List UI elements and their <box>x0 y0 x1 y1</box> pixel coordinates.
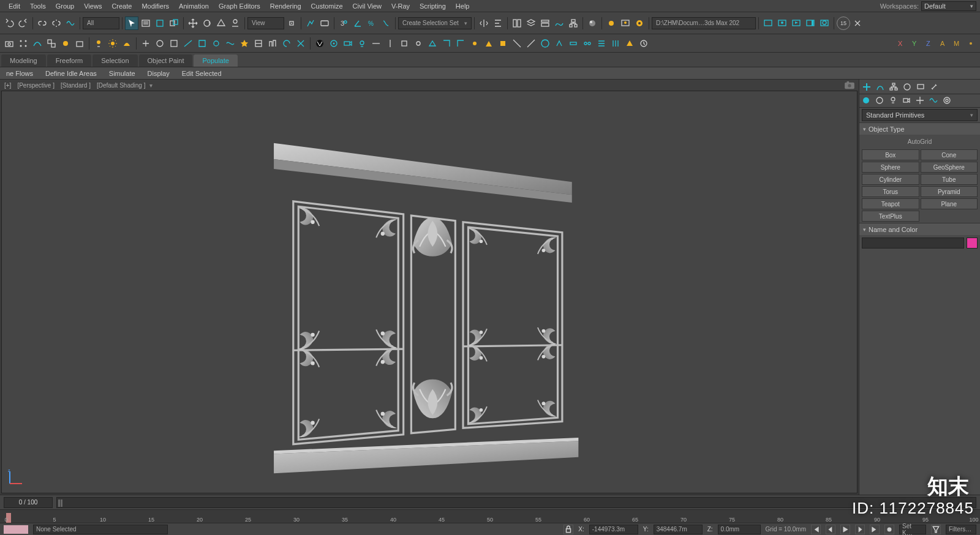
vray-last-button[interactable] <box>804 17 817 30</box>
vray-render-button[interactable] <box>775 17 789 30</box>
assembly-button[interactable] <box>59 37 72 50</box>
misc-icon-s[interactable] <box>623 37 636 50</box>
menu-create[interactable]: Create <box>107 1 137 11</box>
util-icon-10[interactable] <box>266 37 279 50</box>
array-button[interactable] <box>17 37 30 50</box>
misc-icon-d[interactable] <box>412 37 425 50</box>
vp-shading[interactable]: [Default Shading ] <box>95 82 148 89</box>
safe-frame-icon[interactable] <box>844 81 855 91</box>
sub-defineidle[interactable]: Define Idle Areas <box>39 69 103 78</box>
render-setup-button[interactable] <box>605 17 618 30</box>
ribbon-tab-selection[interactable]: Selection <box>92 54 137 67</box>
menu-scripting[interactable]: Scripting <box>415 1 451 11</box>
ribbon-tab-populate[interactable]: Populate <box>194 54 237 67</box>
select-manipulate-button[interactable] <box>304 17 317 30</box>
util-icon-5[interactable] <box>195 37 209 50</box>
rollout-name-and-color[interactable]: Name and Color <box>859 223 980 235</box>
utilities-tab-icon[interactable] <box>929 82 939 92</box>
next-frame-button[interactable] <box>855 525 865 534</box>
misc-icon-e[interactable] <box>426 37 439 50</box>
transform-z-input[interactable]: 0.0mm <box>718 525 761 534</box>
lights-icon[interactable] <box>889 96 897 106</box>
rectangle-select-button[interactable] <box>153 17 167 30</box>
misc-icon-m[interactable] <box>538 37 552 50</box>
toggle-ribbon-button[interactable] <box>538 17 552 30</box>
viewport-label-bar[interactable]: [+] [Perspective ] [Standard ] [Default … <box>0 80 859 91</box>
play-button[interactable] <box>840 525 850 534</box>
angle-snap-button[interactable] <box>351 17 364 30</box>
menu-rendering[interactable]: Rendering <box>265 1 306 11</box>
key-filters-icon[interactable] <box>931 525 941 534</box>
named-selection-set-dropdown[interactable]: Create Selection Set <box>398 17 472 29</box>
menu-customize[interactable]: Customize <box>306 1 348 11</box>
vray-light-icon[interactable] <box>355 37 369 50</box>
set-key-button[interactable]: Set K… <box>899 525 926 534</box>
axis-a-icon[interactable]: A <box>936 37 949 50</box>
menu-edit[interactable]: Edit <box>4 1 25 11</box>
vray-scene-button[interactable] <box>818 17 831 30</box>
util-icon-9[interactable] <box>252 37 265 50</box>
align-button[interactable] <box>491 17 505 30</box>
transform-x-input[interactable]: -144973.3m <box>589 525 638 534</box>
vp-perspective[interactable]: [Perspective ] <box>15 82 56 89</box>
hierarchy-tab-icon[interactable] <box>889 82 899 92</box>
ribbon-tab-freeform[interactable]: Freeform <box>47 54 92 67</box>
vp-plus[interactable]: [+] <box>2 82 13 89</box>
menu-help[interactable]: Help <box>451 1 475 11</box>
misc-icon-i[interactable] <box>482 37 496 50</box>
sub-display[interactable]: Display <box>141 69 176 78</box>
scale-button[interactable] <box>214 17 228 30</box>
btn-geosphere[interactable]: GeoSphere <box>921 162 978 173</box>
bind-spacewarp-button[interactable] <box>64 17 77 30</box>
toggle-layer-explorer-button[interactable] <box>524 17 538 30</box>
mirror-button[interactable] <box>477 17 491 30</box>
material-editor-button[interactable] <box>586 17 599 30</box>
btn-box[interactable]: Box <box>862 149 919 160</box>
daylight-button[interactable] <box>120 37 134 50</box>
selection-lock-button[interactable] <box>564 525 573 534</box>
btn-pyramid[interactable]: Pyramid <box>921 186 978 197</box>
rotate-button[interactable] <box>200 17 214 30</box>
btn-teapot[interactable]: Teapot <box>862 198 919 209</box>
util-icon-6[interactable] <box>209 37 223 50</box>
sun-positioner-button[interactable] <box>106 37 119 50</box>
misc-icon-o[interactable] <box>567 37 580 50</box>
systems-icon[interactable] <box>943 96 951 106</box>
time-slider[interactable] <box>56 497 976 508</box>
display-tab-icon[interactable] <box>916 82 925 92</box>
goto-start-button[interactable] <box>811 525 821 534</box>
util-icon-3[interactable] <box>167 37 181 50</box>
misc-icon-f[interactable] <box>440 37 453 50</box>
menu-modifiers[interactable]: Modifiers <box>137 1 174 11</box>
spacewarps-icon[interactable] <box>929 96 938 106</box>
misc-icon-g[interactable] <box>454 37 467 50</box>
axis-dot-icon[interactable] <box>964 37 978 50</box>
misc-icon-c[interactable] <box>398 37 411 50</box>
axis-m-icon[interactable]: M <box>950 37 963 50</box>
project-path-field[interactable]: D:\ZHM\Docum…3ds Max 202 <box>652 17 756 29</box>
misc-icon-a[interactable] <box>369 37 383 50</box>
btn-cylinder[interactable]: Cylinder <box>862 174 919 185</box>
prev-frame-button[interactable] <box>826 525 835 534</box>
snap-toggle-button[interactable]: 3 <box>337 17 350 30</box>
btn-torus[interactable]: Torus <box>862 186 919 197</box>
select-by-name-button[interactable] <box>139 17 153 30</box>
key-filters-button[interactable]: Filters… <box>946 525 976 534</box>
util-icon-11[interactable] <box>280 37 293 50</box>
menu-grapheditors[interactable]: Graph Editors <box>214 1 265 11</box>
cameras-icon[interactable] <box>902 96 911 106</box>
shapes-icon[interactable] <box>875 96 884 106</box>
geometry-icon[interactable] <box>862 96 870 106</box>
maxscript-mini-listener[interactable] <box>4 525 28 534</box>
use-pivot-center-button[interactable] <box>285 17 298 30</box>
toggle-scene-explorer-button[interactable] <box>510 17 524 30</box>
vray-settings-icon[interactable] <box>327 37 341 50</box>
link-button[interactable] <box>36 17 49 30</box>
misc-icon-b[interactable] <box>383 37 397 50</box>
object-name-input[interactable] <box>862 238 964 249</box>
btn-tube[interactable]: Tube <box>921 174 978 185</box>
curve-editor-button[interactable] <box>552 17 566 30</box>
util-icon-12[interactable] <box>294 37 307 50</box>
misc-icon-k[interactable] <box>510 37 524 50</box>
light-lister-button[interactable] <box>92 37 105 50</box>
